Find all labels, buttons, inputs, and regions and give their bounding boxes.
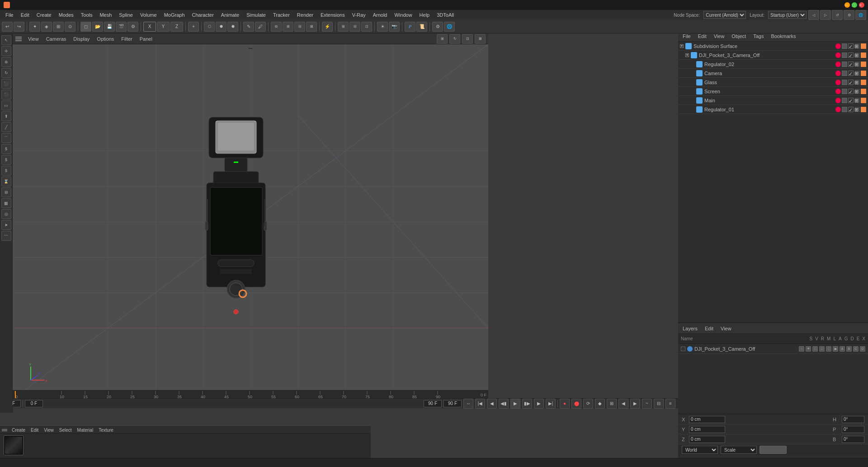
transport-record-btn[interactable]: ● xyxy=(560,399,570,409)
obj-tag-3[interactable]: ⊞ xyxy=(854,107,860,112)
obj-tag-3[interactable]: ⊞ xyxy=(854,62,860,67)
obj-tag-4[interactable] xyxy=(861,98,866,103)
obj-tag-4[interactable] xyxy=(861,80,866,85)
layer-icon-sq2[interactable]: □ xyxy=(819,346,825,352)
obj-visibility-dot[interactable] xyxy=(835,71,841,76)
rect-select-btn[interactable]: ⊞ xyxy=(53,22,64,32)
obj-tag-3[interactable]: ⊞ xyxy=(854,98,860,103)
transport-settings2-btn[interactable]: ⊟ xyxy=(654,399,664,409)
obj-tag-2[interactable]: ✓ xyxy=(848,107,854,112)
menu-3dtoall[interactable]: 3DToAll xyxy=(433,11,458,19)
expand-icon[interactable]: ▼ xyxy=(685,53,689,57)
model-mode-btn[interactable]: X xyxy=(143,22,156,32)
obj-dji-pocket[interactable]: ▼ DJI_Pocket_3_Camera_Off ✓ ⊞ xyxy=(678,51,868,60)
layer-icon-c[interactable]: C xyxy=(853,346,859,352)
layer-icon-a[interactable]: A xyxy=(840,346,845,352)
obj-tag-1[interactable] xyxy=(842,98,847,103)
layout-select[interactable]: Startup (User) xyxy=(768,11,807,19)
obj-tag-4[interactable] xyxy=(861,62,866,67)
obj-tag-2[interactable]: ✓ xyxy=(848,43,854,49)
transport-goto-start-btn[interactable]: |◀ xyxy=(475,399,485,409)
globe-btn[interactable]: 🌐 xyxy=(444,22,455,32)
transport-path-btn[interactable]: ~ xyxy=(642,399,652,409)
props-h-input[interactable] xyxy=(842,416,864,423)
obj-list[interactable]: ▼ Subdivision Surface ✓ ⊞ ▼ DJI_Pocket_3… xyxy=(678,42,868,322)
props-x-input[interactable] xyxy=(689,416,725,423)
tool-ring[interactable]: ◎ xyxy=(1,209,11,219)
obj-regulator-01[interactable]: Regulator_01 ✓ ⊞ xyxy=(678,105,868,114)
menu-help[interactable]: Help xyxy=(416,11,434,19)
select-btn[interactable]: ◈ xyxy=(41,22,52,32)
axis-mode-btn[interactable]: Z xyxy=(170,22,183,32)
tool-dollar2[interactable]: $ xyxy=(1,155,11,165)
obj-tag-1[interactable] xyxy=(842,62,847,67)
frame-total2-input[interactable] xyxy=(443,400,462,407)
viewport-menu-cameras[interactable]: Cameras xyxy=(44,35,68,43)
transport-next-frame-btn[interactable]: ▶ xyxy=(534,399,544,409)
viewport-menu-display[interactable]: Display xyxy=(71,35,91,43)
transport-play-back-btn[interactable]: ◀▮ xyxy=(499,399,509,409)
layout-btn-5[interactable]: 🌐 xyxy=(855,10,866,20)
obj-tag-3[interactable]: ⊞ xyxy=(854,80,860,85)
texture-mode-btn[interactable]: Y xyxy=(157,22,170,32)
obj-tag-3[interactable]: ⊞ xyxy=(854,52,860,58)
layer-icon-sq3[interactable]: □ xyxy=(826,346,831,352)
frame-pos-input[interactable] xyxy=(25,400,43,407)
props-scale-dropdown[interactable]: Scale xyxy=(721,446,757,454)
poly-obj-btn[interactable]: ⬡ xyxy=(204,22,215,32)
frame-total-input[interactable] xyxy=(424,400,442,407)
tool-cube[interactable]: ⬛ xyxy=(1,79,11,89)
menu-simulate[interactable]: Simulate xyxy=(243,11,269,19)
menu-arnold[interactable]: Arnold xyxy=(369,11,391,19)
transport-play-btn[interactable]: ▶ xyxy=(510,399,520,409)
obj-regulator-02[interactable]: Regulator_02 ✓ ⊞ xyxy=(678,60,868,69)
camera-btn[interactable]: 📷 xyxy=(389,22,400,32)
subdivision-btn[interactable]: ⬢ xyxy=(216,22,226,32)
material-preview-item[interactable] xyxy=(4,435,24,456)
tool-checker[interactable]: ▦ xyxy=(1,198,11,208)
mat-menu-view[interactable]: View xyxy=(42,427,56,433)
array-btn[interactable]: ⊞ xyxy=(283,22,293,32)
obj-subdivision-surface[interactable]: ▼ Subdivision Surface ✓ ⊞ xyxy=(678,42,868,51)
transport-add-key-btn[interactable]: ◆ xyxy=(595,399,605,409)
viewport-menu-view[interactable]: View xyxy=(26,35,41,43)
menu-window[interactable]: Window xyxy=(391,11,415,19)
settings-btn[interactable]: ⚙ xyxy=(127,22,138,32)
obj-visibility-dot[interactable] xyxy=(835,62,841,67)
obj-camera[interactable]: Camera ✓ ⊞ xyxy=(678,69,868,78)
obj-tag-2[interactable]: ✓ xyxy=(848,98,854,103)
mat-menu-select[interactable]: Select xyxy=(57,427,74,433)
transport-prev-frame-btn[interactable]: ◀ xyxy=(487,399,497,409)
obj-tag-1[interactable] xyxy=(842,89,847,94)
layout-btn-4[interactable]: ⚙ xyxy=(844,10,854,20)
menu-tools[interactable]: Tools xyxy=(77,11,96,19)
props-z-input[interactable] xyxy=(689,436,725,443)
tool-hook[interactable]: ⌛ xyxy=(1,176,11,186)
viewport-icon-4[interactable]: ⊠ xyxy=(475,34,486,44)
tool-scale[interactable]: ⊕ xyxy=(1,57,11,67)
menu-modes[interactable]: Modes xyxy=(55,11,77,19)
light-btn[interactable]: ☀ xyxy=(377,22,388,32)
menu-volume[interactable]: Volume xyxy=(137,11,160,19)
lasso-btn[interactable]: ⊙ xyxy=(65,22,75,32)
mat-hamburger[interactable] xyxy=(2,427,8,433)
viewport-icon-1[interactable]: ⊞ xyxy=(437,34,448,44)
layer-icon-circle[interactable]: ○ xyxy=(799,346,804,352)
transport-list-btn[interactable]: ≡ xyxy=(665,399,675,409)
minimize-button[interactable]: ─ xyxy=(844,2,850,8)
tool-dollar3[interactable]: $ xyxy=(1,166,11,176)
layer-icon-eye[interactable]: 👁 xyxy=(806,346,811,352)
viewport-icon-3[interactable]: ⊡ xyxy=(462,34,473,44)
obj-tag-1[interactable] xyxy=(842,107,847,112)
obj-tag-4[interactable] xyxy=(861,43,866,49)
menu-mograph[interactable]: MoGraph xyxy=(160,11,189,19)
obj-visibility-dot[interactable] xyxy=(835,52,841,58)
undo-button[interactable]: ↩ xyxy=(2,22,13,32)
tool-grid[interactable]: ⊞ xyxy=(1,187,11,197)
transport-record2-btn[interactable]: ⬤ xyxy=(571,399,581,409)
menu-extensions[interactable]: Extensions xyxy=(317,11,349,19)
transport-next-key-btn[interactable]: ▶ xyxy=(630,399,640,409)
instance-btn[interactable]: ⊟ xyxy=(294,22,305,32)
obj-visibility-dot[interactable] xyxy=(835,98,841,103)
layout-btn-2[interactable]: ▷ xyxy=(820,10,831,20)
